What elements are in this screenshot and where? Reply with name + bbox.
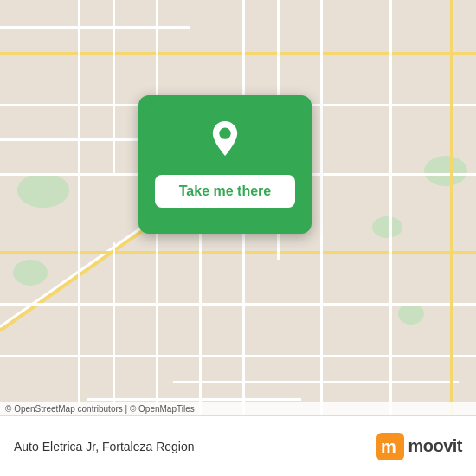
- road-v1: [450, 0, 453, 415]
- bottom-bar: Auto Eletrica Jr, Fortaleza Region m moo…: [0, 415, 476, 476]
- road-v2: [389, 0, 392, 415]
- park-area-4: [424, 156, 467, 186]
- road-h10: [87, 398, 301, 401]
- road-h5: [0, 303, 476, 306]
- road-h1: [0, 52, 476, 55]
- road-v6: [78, 0, 80, 415]
- park-area-3: [372, 216, 402, 238]
- moovit-logo: m moovit: [376, 433, 462, 460]
- road-v7: [113, 0, 115, 173]
- pin-icon: [203, 121, 247, 164]
- map-attribution: © OpenStreetMap contributors | © OpenMap…: [0, 402, 476, 415]
- road-h6: [0, 355, 476, 357]
- park-area-2: [13, 260, 48, 286]
- road-h7: [173, 381, 459, 383]
- road-v3: [320, 0, 323, 415]
- svg-point-0: [219, 128, 230, 139]
- road-v8: [113, 242, 115, 415]
- park-area-5: [398, 303, 424, 325]
- moovit-brand-text: moovit: [408, 436, 462, 456]
- take-me-there-button[interactable]: Take me there: [155, 175, 295, 208]
- road-h4: [0, 251, 476, 254]
- park-area: [17, 173, 69, 208]
- destination-card: Take me there: [138, 95, 312, 234]
- destination-title: Auto Eletrica Jr, Fortaleza Region: [14, 440, 195, 453]
- moovit-icon: m: [376, 433, 404, 460]
- map-container: Take me there © OpenStreetMap contributo…: [0, 0, 476, 415]
- svg-text:m: m: [381, 437, 396, 456]
- road-h8: [0, 26, 190, 29]
